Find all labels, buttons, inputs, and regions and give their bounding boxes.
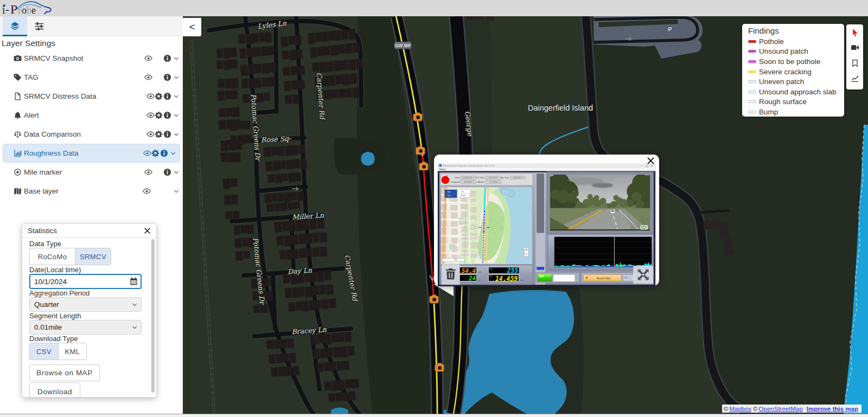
mapbox-link[interactable]: Mapbox	[729, 406, 751, 412]
layer-row-mile-marker[interactable]: Mile marker	[0, 163, 183, 182]
bell-icon	[14, 111, 22, 119]
pothole-swatch	[748, 40, 756, 43]
chevron-down-icon[interactable]	[174, 189, 179, 194]
aggregation-period-select[interactable]: Quarter	[29, 297, 142, 312]
road-shield: GW MP	[394, 42, 411, 49]
file-icon	[14, 92, 22, 100]
app-gauge-panel: 54.4 255 24 14.459 mph k/h mile km/h TR	[441, 264, 532, 285]
svg-text:18:12:33.4: 18:12:33.4	[489, 177, 497, 179]
gear-icon[interactable]	[151, 149, 159, 157]
info-icon[interactable]	[160, 149, 168, 157]
svg-text:km/h: km/h	[489, 268, 493, 270]
gear-icon[interactable]	[155, 92, 163, 100]
info-icon[interactable]	[163, 92, 171, 100]
app-scroll-divider	[535, 172, 545, 285]
layer-row-base-layer[interactable]: Base layer	[0, 182, 183, 201]
tab-filter-settings[interactable]	[27, 16, 52, 36]
statistics-scrollbar[interactable]	[151, 239, 155, 393]
chevron-down-icon[interactable]	[174, 56, 179, 61]
speed-mph-value: 54.4	[462, 267, 476, 274]
info-icon[interactable]	[163, 54, 171, 62]
svg-text:2024/07/05: 2024/07/05	[463, 177, 473, 179]
legend-item-bump: Bump	[748, 107, 844, 117]
sliders-icon	[35, 22, 44, 31]
chevron-down-icon[interactable]	[174, 170, 179, 175]
download-button[interactable]: Download	[29, 382, 80, 397]
info-icon[interactable]	[163, 130, 171, 138]
layer-row-alert[interactable]: Alert	[0, 106, 183, 125]
info-icon[interactable]	[163, 111, 171, 119]
openstreetmap-link[interactable]: OpenStreetMap	[759, 406, 803, 412]
gear-icon[interactable]	[155, 111, 163, 119]
layer-row-roughness-data[interactable]: Roughness Data	[3, 144, 180, 163]
legend-item-unsound-patch: Unsound patch	[748, 47, 844, 57]
visibility-eye-icon[interactable]	[146, 130, 155, 138]
svg-text:e: e	[31, 5, 36, 16]
download-type-group: CSV KML	[29, 343, 150, 360]
uneven-patch-swatch	[748, 80, 756, 83]
tab-layers[interactable]	[3, 16, 27, 36]
close-icon[interactable]	[144, 227, 151, 234]
speed-kh-value: 24	[468, 275, 476, 282]
svg-text:TR: TR	[489, 275, 492, 278]
chevron-down-icon[interactable]	[174, 113, 179, 118]
svg-text:⌁: ⌁	[628, 277, 629, 279]
findings-legend: Findings Pothole Unsound patch Soon to b…	[742, 24, 844, 117]
pointer-tool-icon[interactable]	[851, 28, 859, 36]
line-chart-tool-icon[interactable]	[851, 74, 859, 82]
sidebar-tabstrip	[0, 16, 183, 36]
svg-text:GW MP: GW MP	[395, 43, 411, 48]
sidebar-collapse-button[interactable]: <	[183, 18, 201, 36]
calendar-icon[interactable]	[130, 277, 138, 285]
bookmark-tool-icon[interactable]	[851, 59, 859, 67]
svg-text:P: P	[10, 2, 17, 16]
chevron-down-icon[interactable]	[174, 94, 179, 99]
rocomo-button[interactable]: RoCoMo	[29, 248, 75, 265]
visibility-eye-icon[interactable]	[144, 54, 152, 62]
segment-length-select[interactable]: 0.01mile	[29, 320, 142, 335]
status-box	[553, 275, 575, 281]
visibility-eye-icon[interactable]	[143, 149, 151, 157]
layer-row-tag[interactable]: TAG	[0, 68, 183, 87]
kml-button[interactable]: KML	[58, 343, 87, 360]
csv-button[interactable]: CSV	[29, 343, 58, 360]
improve-map-link[interactable]: Improve this map	[807, 406, 858, 412]
visibility-eye-icon[interactable]	[146, 92, 155, 100]
app-header: i - P r o b e	[0, 0, 868, 16]
chevron-down-icon[interactable]	[174, 132, 179, 137]
visibility-eye-icon[interactable]	[146, 111, 155, 119]
date-field-wrap	[29, 274, 142, 289]
parking-label: P	[668, 26, 672, 33]
visibility-eye-icon[interactable]	[143, 187, 151, 195]
info-icon[interactable]	[163, 73, 171, 81]
app-menu: Menu	[439, 168, 446, 171]
info-icon[interactable]	[163, 168, 171, 176]
visibility-eye-icon[interactable]	[144, 73, 152, 81]
expand-overlay[interactable]	[633, 266, 653, 284]
statistics-header: Statistics	[22, 224, 156, 238]
place-label: Daingerfield Island	[528, 104, 593, 112]
chevron-down-icon[interactable]	[174, 75, 179, 80]
svg-text:0.4: 0.4	[551, 259, 553, 261]
circle-dot-icon	[14, 168, 22, 176]
date-label: Date(Local time)	[29, 266, 150, 273]
svg-text:0.6: 0.6	[551, 253, 553, 255]
distance-value: 14.459	[495, 275, 518, 283]
layer-row-data-comparison[interactable]: Data Comparison	[0, 125, 183, 144]
browse-on-map-button[interactable]: Browse on MAP	[29, 364, 100, 381]
visibility-eye-icon[interactable]	[144, 168, 152, 176]
iprobe-logo: i - P r o b e	[1, 0, 61, 16]
gear-icon[interactable]	[155, 130, 163, 138]
svg-text:00:34:45.1: 00:34:45.1	[513, 177, 522, 179]
chevron-down-icon[interactable]	[170, 151, 176, 156]
date-input[interactable]	[29, 274, 142, 289]
svg-text:k/h: k/h	[478, 279, 481, 281]
map-tools-toolbar	[846, 24, 863, 89]
layer-settings-title: Layer Settings	[2, 39, 181, 48]
srmcv-button[interactable]: SRMCV	[75, 248, 111, 265]
layer-row-srmcv-distress-data[interactable]: SRMCV Distress Data	[0, 87, 183, 106]
popup-close-icon[interactable]	[647, 157, 655, 165]
svg-text:UTC Time: UTC Time	[475, 177, 484, 179]
video-camera-tool-icon[interactable]	[851, 43, 859, 52]
layer-row-srmcv-snapshot[interactable]: SRMCV Snapshot	[0, 49, 183, 68]
